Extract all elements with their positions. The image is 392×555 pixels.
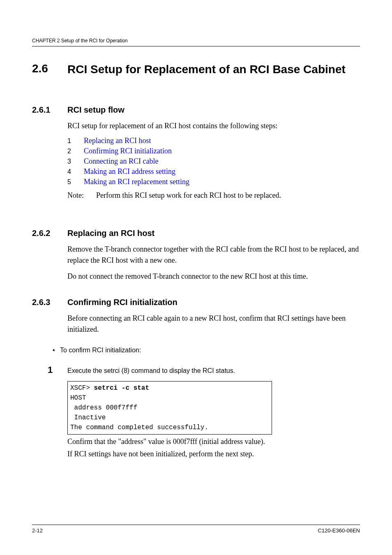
step-item: 1 Replacing an RCI host bbox=[67, 136, 360, 145]
paragraph: Remove the T-branch connector together w… bbox=[67, 244, 360, 266]
code-block: XSCF> setrci -c stat HOST address 000f7f… bbox=[67, 381, 272, 435]
step-link-replacing-host[interactable]: Replacing an RCI host bbox=[84, 136, 151, 145]
page-footer: 2-12 C120-E360-06EN bbox=[32, 525, 360, 534]
section-heading: 2.6 RCI Setup for Replacement of an RCI … bbox=[32, 62, 360, 76]
code-output: HOST address 000f7fff Inactive The comma… bbox=[70, 394, 208, 431]
step-number: 5 bbox=[67, 178, 84, 186]
intro-text: RCI setup for replacement of an RCI host… bbox=[67, 120, 360, 132]
step-number: 2 bbox=[67, 148, 84, 155]
section-number: 2.6 bbox=[32, 62, 67, 75]
section-title: RCI Setup for Replacement of an RCI Base… bbox=[67, 62, 346, 76]
step-number: 3 bbox=[67, 158, 84, 165]
subsection-263-heading: 2.6.3 Confirming RCI initialization bbox=[32, 298, 360, 307]
step-link-connecting-cable[interactable]: Connecting an RCI cable bbox=[84, 157, 158, 166]
subsection-title: RCI setup flow bbox=[67, 105, 125, 115]
code-prompt: XSCF> bbox=[70, 384, 94, 392]
note: Note: Perform this RCI setup work for ea… bbox=[67, 191, 360, 200]
paragraph: Confirm that the "address" value is 000f… bbox=[67, 436, 360, 447]
step-item: 3 Connecting an RCI cable bbox=[67, 157, 360, 166]
code-command: setrci -c stat bbox=[94, 384, 149, 392]
subsection-262-heading: 2.6.2 Replacing an RCI host bbox=[32, 229, 360, 238]
subsection-number: 2.6.1 bbox=[32, 105, 67, 115]
document-id: C120-E360-06EN bbox=[318, 527, 360, 534]
step-number: 1 bbox=[67, 137, 84, 145]
step-instruction: Execute the setrci (8) command to displa… bbox=[67, 367, 235, 375]
paragraph: If RCI settings have not been initialize… bbox=[67, 449, 360, 459]
page-number: 2-12 bbox=[32, 527, 43, 534]
paragraph: Before connecting an RCI cable again to … bbox=[67, 313, 360, 335]
subsection-number: 2.6.3 bbox=[32, 298, 67, 307]
note-text: Perform this RCI setup work for each RCI… bbox=[96, 191, 281, 200]
paragraph: Do not connect the removed T-branch conn… bbox=[67, 271, 360, 282]
bullet-heading: To confirm RCI initialization: bbox=[53, 347, 360, 354]
big-step-number: 1 bbox=[48, 365, 67, 375]
step-number: 4 bbox=[67, 168, 84, 176]
step-link-confirming-init[interactable]: Confirming RCI initialization bbox=[84, 147, 172, 155]
subsection-title: Replacing an RCI host bbox=[67, 229, 154, 238]
numbered-step: 1 Execute the setrci (8) command to disp… bbox=[48, 365, 360, 375]
step-list: 1 Replacing an RCI host 2 Confirming RCI… bbox=[67, 136, 360, 186]
chapter-header: CHAPTER 2 Setup of the RCI for Operation bbox=[32, 38, 360, 46]
subsection-261-heading: 2.6.1 RCI setup flow bbox=[32, 105, 360, 115]
step-item: 5 Making an RCI replacement setting bbox=[67, 178, 360, 186]
step-item: 4 Making an RCI address setting bbox=[67, 167, 360, 176]
step-link-replacement-setting[interactable]: Making an RCI replacement setting bbox=[84, 178, 189, 186]
subsection-title: Confirming RCI initialization bbox=[67, 298, 178, 307]
note-label: Note: bbox=[67, 191, 96, 200]
step-item: 2 Confirming RCI initialization bbox=[67, 147, 360, 155]
subsection-number: 2.6.2 bbox=[32, 229, 67, 238]
step-link-address-setting[interactable]: Making an RCI address setting bbox=[84, 167, 175, 176]
